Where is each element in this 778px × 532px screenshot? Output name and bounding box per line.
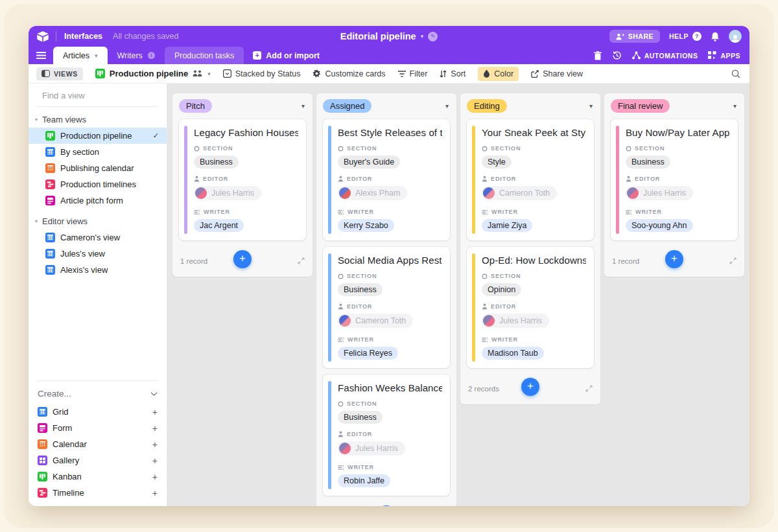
kanban-view-icon xyxy=(45,131,55,141)
column-menu-caret-icon[interactable]: ▾ xyxy=(301,102,305,110)
autosave-status: All changes saved xyxy=(113,32,178,41)
search-icon[interactable] xyxy=(731,69,740,78)
create-grid-button[interactable]: Grid+ xyxy=(29,404,167,420)
add-record-button[interactable]: + xyxy=(665,250,683,268)
notifications-bell-icon[interactable] xyxy=(711,32,720,41)
editor-name: Jules Harris xyxy=(499,316,542,325)
sidebar-item-production-pipeline[interactable]: Production pipeline✓ xyxy=(29,128,167,144)
create-timeline-button[interactable]: Timeline+ xyxy=(29,485,167,501)
sidebar-item-alexis-s-view[interactable]: Alexis's view xyxy=(29,262,167,278)
find-view-input[interactable] xyxy=(42,91,156,100)
view-group-header[interactable]: ▾Team views xyxy=(29,111,167,128)
editor-pill: Alexis Pham xyxy=(338,186,407,200)
section-chip: Business xyxy=(338,283,383,296)
kanban-view-icon xyxy=(95,69,105,78)
view-item-label: Publishing calendar xyxy=(60,163,134,173)
field-label-editor: EDITOR xyxy=(482,303,586,310)
create-gallery-button[interactable]: Gallery+ xyxy=(29,452,167,468)
expand-column-icon[interactable] xyxy=(585,385,593,392)
field-label-text: SECTION xyxy=(491,145,521,152)
column-status-chip[interactable]: Pitch xyxy=(179,99,212,113)
trash-icon[interactable] xyxy=(594,51,602,60)
sidebar-item-article-pitch-form[interactable]: Article pitch form xyxy=(29,192,167,209)
column-menu-caret-icon[interactable]: ▾ xyxy=(445,102,449,110)
record-card[interactable]: Buy Now/Pay Later Apps ...SECTIONBusines… xyxy=(611,119,738,240)
edit-title-icon[interactable]: ✎ xyxy=(428,32,438,41)
section-chip: Buyer's Guide xyxy=(338,156,400,168)
sidebar-item-jules-s-view[interactable]: Jules's view xyxy=(29,246,167,262)
view-group-label: Editor views xyxy=(42,216,88,226)
field-label-text: WRITER xyxy=(491,336,518,343)
color-button[interactable]: Color xyxy=(478,67,519,81)
select-field-icon xyxy=(223,69,231,78)
expand-column-icon[interactable] xyxy=(298,257,305,264)
share-view-button[interactable]: Share view xyxy=(531,69,583,78)
create-form-button[interactable]: Form+ xyxy=(29,420,167,436)
add-record-button[interactable]: + xyxy=(377,505,395,506)
editor-avatar xyxy=(627,187,639,199)
view-group-header[interactable]: ▾Editor views xyxy=(29,213,167,229)
card-accent-bar xyxy=(472,126,475,234)
column-status-chip[interactable]: Editing xyxy=(467,99,507,113)
column-header: Final review▾ xyxy=(604,93,744,115)
writer-chip: Jac Argent xyxy=(194,219,244,232)
help-button[interactable]: HELP ? xyxy=(669,32,701,41)
plus-icon: + xyxy=(152,472,158,482)
sort-button[interactable]: Sort xyxy=(440,69,466,78)
expand-column-icon[interactable] xyxy=(729,257,737,264)
views-toggle-button[interactable]: VIEWS xyxy=(36,67,83,80)
record-card[interactable]: Op-Ed: How Lockdowns O...SECTIONOpinionE… xyxy=(467,247,594,368)
record-card[interactable]: Legacy Fashion Houses Fi...SECTIONBusine… xyxy=(179,119,306,240)
apps-button[interactable]: APPS xyxy=(708,51,740,60)
automations-button[interactable]: AUTOMATIONS xyxy=(632,51,698,60)
tab-writers[interactable]: Writersi xyxy=(108,47,165,64)
column-status-chip[interactable]: Assigned xyxy=(323,99,371,113)
view-switcher[interactable]: Production pipeline ▾ xyxy=(95,69,211,78)
title-caret-icon[interactable]: ▾ xyxy=(421,33,424,40)
sidebar-item-by-section[interactable]: By section xyxy=(29,144,167,160)
record-card[interactable]: Social Media Apps Restor...SECTIONBusine… xyxy=(323,247,450,368)
record-card[interactable]: Fashion Weeks Balance S...SECTIONBusines… xyxy=(323,375,450,496)
create-label: Create... xyxy=(38,389,71,399)
page-title[interactable]: Editorial pipeline xyxy=(340,31,416,41)
interfaces-label[interactable]: Interfaces xyxy=(64,32,102,41)
column-menu-caret-icon[interactable]: ▾ xyxy=(589,102,593,110)
history-icon[interactable] xyxy=(612,51,622,60)
stacked-by-button[interactable]: Stacked by Status xyxy=(223,69,301,78)
customize-cards-button[interactable]: Customize cards xyxy=(312,69,385,78)
calendar-view-icon xyxy=(38,439,47,449)
field-label-text: SECTION xyxy=(347,145,377,152)
editor-avatar xyxy=(339,315,351,327)
tab-articles[interactable]: Articles▾ xyxy=(53,47,108,64)
field-label-text: EDITOR xyxy=(203,176,228,182)
add-record-button[interactable]: + xyxy=(521,378,539,396)
filter-button[interactable]: Filter xyxy=(398,69,428,78)
tab-production-tasks[interactable]: Production tasks xyxy=(165,47,244,64)
create-item-label: Calendar xyxy=(53,439,87,449)
airtable-logo-icon[interactable] xyxy=(36,31,49,42)
column-header: Assigned▾ xyxy=(316,93,456,115)
create-calendar-button[interactable]: Calendar+ xyxy=(29,436,167,452)
top-bar: Interfaces All changes saved Editorial p… xyxy=(29,26,749,47)
share-view-icon xyxy=(531,70,539,78)
create-kanban-button[interactable]: Kanban+ xyxy=(29,468,167,485)
sidebar-item-production-timelines[interactable]: Production timelines xyxy=(29,176,167,192)
sidebar-item-publishing-calendar[interactable]: Publishing calendar xyxy=(29,160,167,176)
field-label-section: SECTION xyxy=(338,273,442,279)
sidebar-item-cameron-s-view[interactable]: Cameron's view xyxy=(29,229,167,246)
check-icon: ✓ xyxy=(153,132,159,140)
writer-field-icon xyxy=(194,209,200,215)
create-section-toggle[interactable]: Create... xyxy=(29,381,167,404)
add-or-import-button[interactable]: + Add or import xyxy=(244,47,329,64)
view-item-label: Jules's view xyxy=(60,249,105,259)
hamburger-menu-icon[interactable] xyxy=(29,47,53,64)
column-status-chip[interactable]: Final review xyxy=(611,99,670,113)
column-menu-caret-icon[interactable]: ▾ xyxy=(733,102,737,110)
add-record-button[interactable]: + xyxy=(233,250,252,268)
grid-view-icon xyxy=(38,407,47,417)
user-avatar[interactable] xyxy=(729,30,742,43)
record-card[interactable]: Best Style Releases of the...SECTIONBuye… xyxy=(323,119,450,240)
share-button[interactable]: SHARE xyxy=(609,30,660,43)
column-footer: 1 record+ xyxy=(172,247,312,277)
record-card[interactable]: Your Sneak Peek at Styles...SECTIONStyle… xyxy=(467,119,594,240)
